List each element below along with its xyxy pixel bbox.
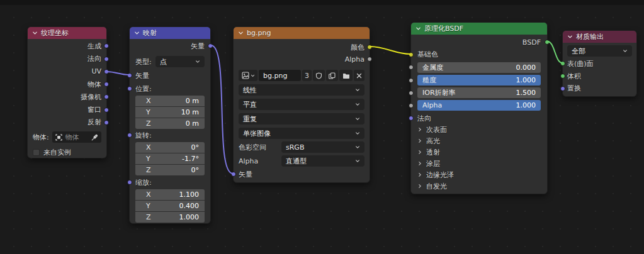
section-specular[interactable]: 高光 (417, 135, 541, 146)
rotation-label: 旋转: (135, 131, 152, 140)
node-header-texture-coordinate[interactable]: 纹理坐标 (28, 27, 106, 39)
scale-x-field[interactable]: X1.100 (135, 189, 205, 200)
socket-input-alpha[interactable] (409, 103, 414, 108)
socket-output-object[interactable] (104, 82, 109, 87)
socket-input-metallic[interactable] (409, 65, 414, 70)
node-editor-canvas[interactable]: 纹理坐标 生成 法向 UV 物体 摄像机 窗口 反射 物体: 物体 (0, 0, 644, 254)
axis-label: X (146, 97, 151, 105)
object-picker-field[interactable]: 物体 (52, 131, 101, 143)
link-mapping-vector-to-image-vector[interactable] (211, 45, 233, 174)
link-uv-to-mapping-vector[interactable] (107, 72, 129, 75)
node-header-principled-bsdf[interactable]: 原理化BSDF (411, 23, 547, 35)
image-browse-button[interactable] (239, 70, 257, 81)
slider-label: 糙度 (422, 75, 436, 85)
location-x-field[interactable]: X0 m (135, 96, 205, 106)
unlink-x-icon[interactable] (354, 70, 364, 81)
image-users-count-button[interactable]: 3 (302, 70, 312, 81)
socket-output-color[interactable] (367, 45, 372, 50)
image-name-field[interactable]: bg.png (259, 70, 301, 81)
section-coat[interactable]: 涂层 (417, 158, 541, 169)
socket-output-generated[interactable] (104, 43, 109, 48)
section-transmission[interactable]: 透射 (417, 146, 541, 158)
from-instancer-label: 来自实例 (43, 148, 71, 157)
location-y-field[interactable]: Y10 m (135, 107, 205, 118)
section-subsurface[interactable]: 次表面 (417, 124, 541, 135)
fake-user-shield-icon[interactable] (313, 70, 325, 81)
socket-input-rotation[interactable] (127, 133, 132, 138)
section-sheen[interactable]: 边缘光泽 (417, 169, 541, 180)
output-target-select[interactable]: 全部 (567, 45, 632, 57)
metallic-slider[interactable]: 金属度 0.000 (417, 62, 541, 73)
alpha-slider[interactable]: Alpha 1.000 (417, 100, 541, 111)
socket-input-displacement[interactable] (560, 86, 565, 91)
collapse-chevron-icon[interactable] (415, 26, 421, 31)
socket-input-vector[interactable] (127, 73, 132, 78)
axis-label: Z (146, 166, 151, 174)
socket-input-ior[interactable] (409, 91, 414, 96)
rotation-x-field[interactable]: X0° (135, 142, 205, 153)
socket-output-bsdf[interactable] (545, 40, 550, 45)
alpha-mode-value: 直通型 (286, 157, 307, 166)
node-texture-coordinate[interactable]: 纹理坐标 生成 法向 UV 物体 摄像机 窗口 反射 物体: 物体 (27, 26, 107, 158)
collapse-chevron-icon[interactable] (134, 30, 140, 36)
collapse-chevron-icon[interactable] (238, 30, 244, 36)
collapse-chevron-icon[interactable] (567, 34, 573, 40)
axis-value: 1.000 (179, 213, 200, 221)
socket-input-volume[interactable] (560, 74, 565, 79)
scale-y-field[interactable]: Y0.400 (135, 201, 205, 211)
source-select[interactable]: 单张图像 (239, 128, 364, 139)
rotation-z-field[interactable]: Z0° (135, 165, 205, 175)
node-principled-bsdf[interactable]: 原理化BSDF BSDF 基础色 金属度 0.000 糙度 1.000 IOR折… (410, 22, 548, 194)
node-header-mapping[interactable]: 映射 (130, 27, 210, 39)
socket-input-vector[interactable] (231, 172, 236, 177)
link-color-to-base-color[interactable] (370, 47, 410, 54)
open-folder-icon[interactable] (339, 70, 353, 81)
colorspace-select[interactable]: sRGB (281, 141, 364, 153)
socket-output-vector[interactable] (208, 43, 213, 48)
socket-output-camera[interactable] (104, 94, 109, 99)
eyedropper-icon[interactable] (91, 134, 98, 141)
socket-input-normal[interactable] (409, 116, 414, 121)
rotation-y-field[interactable]: Y-1.7° (135, 153, 205, 164)
axis-value: 0 m (186, 97, 199, 105)
output-label-normal: 法向 (88, 54, 101, 64)
section-emission[interactable]: 自发光 (417, 180, 541, 192)
socket-output-normal[interactable] (104, 57, 109, 62)
socket-output-window[interactable] (104, 108, 109, 113)
slider-label: IOR折射率 (422, 88, 456, 97)
socket-input-location[interactable] (127, 86, 132, 91)
from-instancer-checkbox[interactable] (33, 149, 40, 156)
rotation-fields: X0° Y-1.7° Z0° (135, 142, 205, 175)
location-z-field[interactable]: Z0 m (135, 118, 205, 129)
extension-select[interactable]: 重复 (239, 113, 364, 124)
node-mapping[interactable]: 映射 矢量 类型: 点 矢量 位置: X0 m Y10 m Z0 m 旋转: X… (129, 26, 211, 224)
interpolation-select[interactable]: 线性 (239, 84, 364, 96)
axis-label: Z (146, 119, 151, 128)
mapping-type-select[interactable]: 点 (155, 56, 205, 67)
roughness-slider[interactable]: 糙度 1.000 (417, 75, 541, 86)
node-material-output[interactable]: 材质输出 全部 表(曲)面 体积 置换 (562, 30, 637, 97)
scale-z-field[interactable]: Z1.000 (135, 212, 205, 223)
socket-input-scale[interactable] (127, 180, 132, 185)
duplicate-copy-icon[interactable] (326, 70, 338, 81)
socket-input-surface[interactable] (560, 61, 565, 66)
output-target-value: 全部 (572, 47, 585, 56)
socket-output-uv[interactable] (104, 69, 109, 74)
ior-slider[interactable]: IOR折射率 1.500 (417, 87, 541, 98)
axis-label: Z (146, 213, 151, 221)
socket-output-alpha[interactable] (367, 57, 372, 62)
slider-value: 1.000 (516, 101, 536, 109)
node-image-texture[interactable]: bg.png 颜色 Alpha bg.png 3 (233, 26, 370, 183)
node-header-material-output[interactable]: 材质输出 (563, 31, 636, 43)
link-bsdf-to-surface[interactable] (548, 41, 562, 63)
output-label-bsdf: BSDF (523, 38, 541, 47)
scale-label: 缩放: (135, 178, 152, 187)
alpha-mode-select[interactable]: 直通型 (281, 155, 364, 167)
socket-input-roughness[interactable] (409, 78, 414, 83)
collapse-chevron-icon[interactable] (32, 30, 38, 36)
socket-output-reflection[interactable] (104, 120, 109, 125)
projection-select[interactable]: 平直 (239, 99, 364, 110)
socket-input-base-color[interactable] (409, 52, 414, 57)
alpha-mode-label: Alpha (239, 157, 258, 165)
node-header-image-texture[interactable]: bg.png (234, 27, 370, 39)
